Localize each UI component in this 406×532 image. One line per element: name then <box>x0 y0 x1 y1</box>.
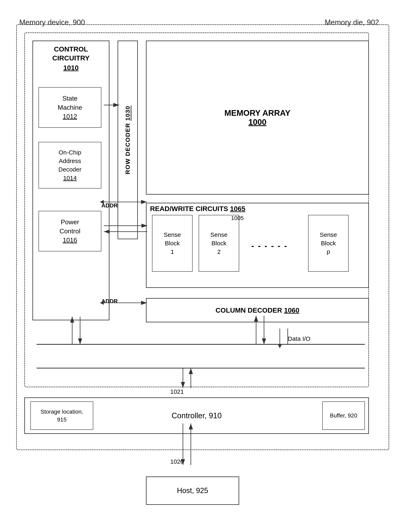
storage-location-box: Storage location,915 <box>30 401 93 430</box>
sense-block-1: SenseBlock1 <box>152 215 193 272</box>
control-circuitry-label: CONTROL CIRCUITRY 1010 <box>36 45 106 72</box>
memory-device-label: Memory device, 900 <box>19 18 85 27</box>
host-label: Host, 925 <box>177 486 208 495</box>
addr-label-1: ADDR <box>101 202 118 209</box>
row-decoder-box: ROW DECODER 1030 <box>117 41 138 239</box>
addr-label-2: ADDR <box>101 298 118 305</box>
label-1020: 1020 <box>170 458 184 465</box>
memory-array-label: MEMORY ARRAY1000 <box>224 109 290 127</box>
column-decoder-label: COLUMN DECODER 1060 <box>216 306 299 314</box>
storage-location-label: Storage location,915 <box>41 408 83 423</box>
power-control-box: PowerControl1016 <box>38 211 101 251</box>
address-decoder-box: On-ChipAddressDecoder1014 <box>38 142 101 189</box>
address-decoder-label: On-ChipAddressDecoder1014 <box>58 148 81 182</box>
power-control-label: PowerControl1016 <box>59 218 80 245</box>
data-io-label: Data I/O <box>288 335 311 343</box>
sense-block-2: SenseBlock2 <box>199 215 239 272</box>
host-box: Host, 925 <box>146 476 239 505</box>
controller-label: Controller, 910 <box>172 411 222 420</box>
memory-die-label: Memory die, 902 <box>325 18 379 27</box>
sense-block-p: SenseBlockp <box>308 215 349 272</box>
row-decoder-label: ROW DECODER 1030 <box>124 106 131 174</box>
dots-separator: - - - - - - <box>251 241 288 250</box>
memory-array-box: MEMORY ARRAY1000 <box>146 41 369 195</box>
label-1021: 1021 <box>170 388 184 395</box>
column-decoder-box: COLUMN DECODER 1060 <box>146 298 369 322</box>
buffer-box: Buffer, 920 <box>322 401 365 430</box>
readwrite-label: READ/WRITE CIRCUITS 1065 <box>150 205 245 213</box>
state-machine-box: StateMachine1012 <box>38 87 101 128</box>
buffer-label: Buffer, 920 <box>330 412 357 419</box>
label-1005: 1005 <box>231 215 244 221</box>
state-machine-label: StateMachine1012 <box>58 94 82 121</box>
